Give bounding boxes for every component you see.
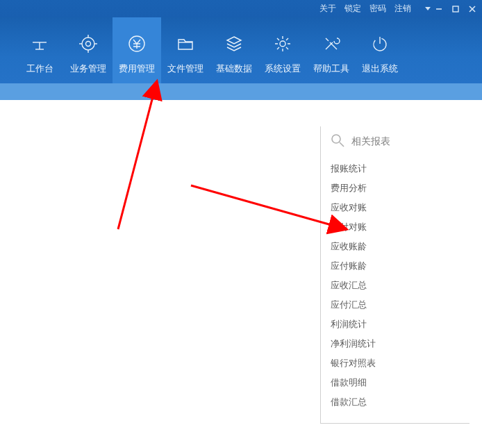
report-item[interactable]: 利润统计 bbox=[331, 315, 469, 334]
svg-line-19 bbox=[340, 142, 344, 147]
main-nav: 工作台 业务管理 费用管理 文件管理 基础数据 系统设置 帮助工 bbox=[0, 17, 482, 83]
nav-business[interactable]: 业务管理 bbox=[64, 17, 113, 83]
titlebar: 关于 锁定 密码 注销 bbox=[0, 0, 482, 17]
nav-label: 基础数据 bbox=[216, 63, 252, 75]
nav-settings[interactable]: 系统设置 bbox=[258, 17, 307, 83]
link-password[interactable]: 密码 bbox=[369, 3, 386, 15]
report-item[interactable]: 应收账龄 bbox=[331, 237, 469, 256]
window-buttons bbox=[435, 5, 476, 13]
report-item[interactable]: 应付对账 bbox=[331, 217, 469, 237]
close-button[interactable] bbox=[468, 5, 476, 13]
nav-basedata[interactable]: 基础数据 bbox=[210, 17, 258, 83]
power-icon bbox=[370, 34, 390, 53]
folder-icon bbox=[176, 34, 195, 53]
nav-exit[interactable]: 退出系统 bbox=[356, 17, 404, 83]
nav-label: 退出系统 bbox=[362, 63, 398, 75]
currency-yen-icon bbox=[127, 34, 147, 53]
report-item[interactable]: 应付账龄 bbox=[331, 256, 469, 276]
nav-expense[interactable]: 费用管理 bbox=[113, 17, 161, 83]
report-item[interactable]: 应付汇总 bbox=[331, 295, 469, 315]
layers-icon bbox=[224, 34, 244, 53]
gear-icon bbox=[78, 34, 98, 53]
tools-icon bbox=[322, 34, 341, 53]
report-item[interactable]: 银行对照表 bbox=[331, 354, 469, 373]
svg-point-15 bbox=[280, 41, 285, 47]
link-about[interactable]: 关于 bbox=[319, 3, 336, 15]
svg-point-18 bbox=[332, 135, 340, 143]
nav-label: 系统设置 bbox=[265, 63, 301, 75]
nav-files[interactable]: 文件管理 bbox=[161, 17, 210, 83]
minimize-button[interactable] bbox=[435, 5, 443, 13]
desk-icon bbox=[30, 34, 49, 53]
report-item[interactable]: 借款明细 bbox=[331, 373, 469, 392]
nav-label: 文件管理 bbox=[167, 63, 203, 75]
report-item[interactable]: 借款汇总 bbox=[331, 392, 469, 412]
nav-help[interactable]: 帮助工具 bbox=[307, 17, 356, 83]
svg-rect-1 bbox=[453, 6, 458, 12]
nav-workbench[interactable]: 工作台 bbox=[15, 17, 64, 83]
nav-label: 费用管理 bbox=[119, 63, 155, 75]
link-logout[interactable]: 注销 bbox=[394, 3, 411, 15]
maximize-button[interactable] bbox=[451, 5, 460, 13]
svg-point-8 bbox=[86, 42, 91, 47]
content-area: 相关报表 报账统计 费用分析 应收对账 应付对账 应收账龄 应付账龄 应收汇总 … bbox=[0, 100, 482, 448]
panel-title: 相关报表 bbox=[351, 135, 390, 148]
nav-label: 业务管理 bbox=[70, 63, 106, 75]
link-lock[interactable]: 锁定 bbox=[344, 3, 361, 15]
titlebar-links: 关于 锁定 密码 注销 bbox=[319, 3, 411, 15]
nav-label: 帮助工具 bbox=[313, 63, 349, 75]
report-item[interactable]: 应收对账 bbox=[331, 198, 469, 217]
report-item[interactable]: 净利润统计 bbox=[331, 334, 469, 354]
sub-strip bbox=[0, 83, 482, 100]
report-item[interactable]: 报账统计 bbox=[331, 159, 469, 179]
report-list: 报账统计 费用分析 应收对账 应付对账 应收账龄 应付账龄 应收汇总 应付汇总 … bbox=[331, 159, 469, 412]
cog-icon bbox=[273, 34, 292, 53]
svg-point-7 bbox=[82, 38, 94, 50]
nav-label: 工作台 bbox=[26, 63, 53, 75]
report-item[interactable]: 应收汇总 bbox=[331, 276, 469, 295]
related-reports-panel: 相关报表 报账统计 费用分析 应收对账 应付对账 应收账龄 应付账龄 应收汇总 … bbox=[320, 126, 469, 424]
search-icon bbox=[331, 133, 344, 149]
panel-header: 相关报表 bbox=[331, 133, 469, 149]
report-item[interactable]: 费用分析 bbox=[331, 179, 469, 198]
dropdown-caret-icon[interactable] bbox=[425, 7, 431, 11]
